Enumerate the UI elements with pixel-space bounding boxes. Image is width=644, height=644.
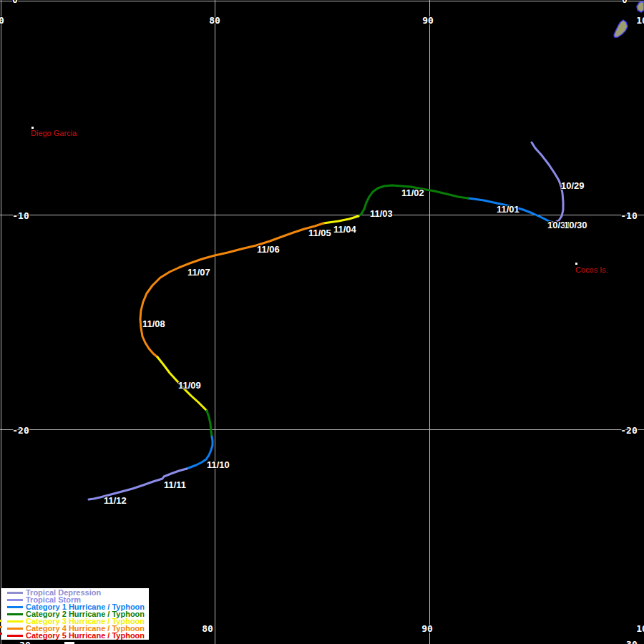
track-date-label: 11/02 [401,187,424,198]
axis-tick-label: 80 [209,15,220,26]
track-date-label: 11/01 [497,204,519,215]
axis-tick-label: -20 [620,425,637,436]
cyclone-track-map: { "colors": { "background": "#000000", "… [0,0,644,644]
legend-swatch-c5 [7,635,23,637]
track-date-label: 11/07 [187,267,210,278]
track-legend: Tropical DepressionTropical StormCategor… [1,588,149,640]
axis-tick-label: -10 [620,210,637,221]
track-date-label: 11/05 [308,228,331,238]
track-date-label: 11/06 [257,244,280,255]
track-date-label: 10/30 [564,220,587,230]
track-date-label: 11/03 [370,208,393,219]
axis-tick-label: 100 [636,15,644,26]
axis-tick-label: 90 [421,623,433,634]
track-date-label: 11/04 [333,224,356,235]
track-date-label: 11/12 [104,495,127,506]
legend-row-c5: Category 5 Hurricane / Typhoon [1,632,149,639]
axis-tick-label: 70 [0,15,4,26]
legend-edge-fragment [0,620,2,622]
legend-swatch-c1 [7,606,23,608]
axis-tick-label: -30 [14,640,30,644]
place-name-label: Cocos Is. [575,265,608,274]
axis-tick-label: 90 [422,15,434,26]
legend-swatch-td [7,592,23,594]
axis-tick-label: -20 [12,425,29,436]
legend-edge-fragment [0,633,2,635]
place-marker-dot [575,263,577,265]
place-name-label: Diego Garcia [31,129,77,137]
legend-swatch-c4 [7,628,23,630]
legend-swatch-ts [7,599,23,601]
track-date-label: 11/11 [164,479,186,490]
legend-swatch-c3 [7,620,23,623]
axis-tick-label: 0 [12,0,18,5]
labels-overlay: 708090100809010000-10-10-20-20-30-3010/2… [0,0,644,644]
track-date-label: 11/09 [178,380,201,391]
axis-tick-label: 80 [202,623,213,634]
axis-tick-label: 100 [636,623,644,634]
axis-tick-label: -10 [12,210,29,221]
track-date-label: 10/29 [561,180,585,191]
track-date-label: 11/08 [142,318,165,329]
axis-tick-label: 0 [622,0,628,5]
track-date-label: 11/10 [207,459,230,470]
legend-edge-fragment [0,626,2,628]
axis-tick-label: -30 [620,639,637,644]
legend-label-c5: Category 5 Hurricane / Typhoon [26,632,145,639]
legend-swatch-c2 [7,613,23,615]
